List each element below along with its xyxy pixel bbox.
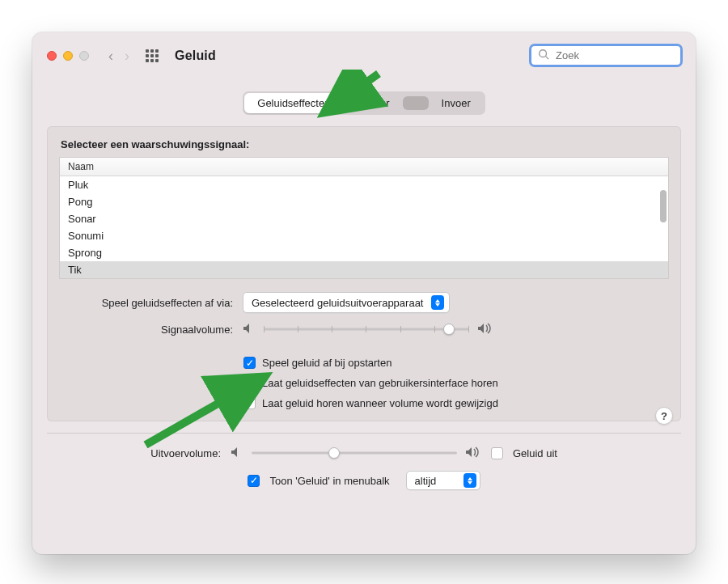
window-title: Geluid [175, 49, 216, 63]
zoom-window-button[interactable] [79, 51, 89, 61]
alert-volume-label: Signaalvolume: [59, 324, 233, 336]
footer: Uitvoervolume: Geluid uit ✓ Toon 'Geluid… [32, 445, 696, 505]
play-via-label: Speel geluidseffecten af via: [59, 297, 233, 309]
show-all-prefs-button[interactable] [146, 49, 159, 62]
column-header-name: Naam [60, 158, 668, 176]
tab-output[interactable]: Uitvoer [343, 93, 402, 113]
output-volume-label: Uitvoervolume: [47, 447, 221, 459]
checkbox-ui-sounds[interactable]: ✓ [243, 377, 256, 389]
checkbox-mute[interactable] [491, 447, 503, 459]
alert-sound-item[interactable]: Sonar [60, 210, 668, 227]
mute-label: Geluid uit [513, 447, 557, 459]
search-field[interactable] [529, 44, 683, 67]
close-window-button[interactable] [47, 51, 57, 61]
speaker-low-icon [243, 323, 256, 336]
alert-sound-item[interactable]: Pluk [60, 176, 668, 193]
alert-sound-item[interactable]: Sprong [60, 244, 668, 261]
play-via-value: Geselecteerd geluidsuitvoerapparaat [252, 297, 423, 309]
alert-volume-slider[interactable] [264, 321, 469, 337]
sound-effects-panel: Selecteer een waarschuwingssignaal: Naam… [47, 126, 681, 421]
search-input[interactable] [554, 49, 693, 62]
alert-sound-item[interactable]: Tik [60, 261, 668, 278]
alert-sound-item[interactable]: Pong [60, 193, 668, 210]
tab-input[interactable]: Invoer [429, 93, 484, 113]
search-icon [538, 49, 549, 62]
alert-sound-item[interactable]: Sonumi [60, 227, 668, 244]
speaker-high-icon [465, 446, 481, 460]
play-via-popup[interactable]: Geselecteerd geluidsuitvoerapparaat [243, 292, 450, 313]
tab-sound-effects[interactable]: Geluidseffecten [244, 93, 343, 113]
back-button[interactable]: ‹ [108, 49, 113, 63]
nav-buttons: ‹ › [108, 49, 129, 63]
menubar-when-popup[interactable]: altijd [406, 471, 480, 490]
separator [47, 433, 681, 434]
alert-sound-list[interactable]: Naam PlukPongSonarSonumiSprongTik [59, 157, 669, 279]
checkbox-ui-sounds-label: Laat geluidseffecten van gebruikersinter… [262, 377, 498, 389]
checkbox-show-in-menubar[interactable]: ✓ [248, 475, 260, 487]
svg-line-1 [546, 57, 549, 60]
window-controls [47, 51, 89, 61]
scrollbar-thumb[interactable] [660, 190, 667, 222]
updown-arrows-icon [463, 473, 476, 488]
speaker-high-icon [477, 323, 493, 336]
checkbox-startup-sound-label: Speel geluid af bij opstarten [262, 357, 392, 369]
checkbox-volume-feedback-label: Laat geluid horen wanneer volume wordt g… [262, 397, 498, 409]
updown-arrows-icon [431, 295, 444, 310]
forward-button[interactable]: › [125, 49, 129, 63]
minimize-window-button[interactable] [63, 51, 73, 61]
help-button[interactable]: ? [655, 407, 673, 425]
show-in-menubar-label: Toon 'Geluid' in menubalk [269, 475, 389, 487]
menubar-when-value: altijd [415, 475, 455, 487]
alert-sound-label: Selecteer een waarschuwingssignaal: [61, 138, 669, 150]
speaker-low-icon [231, 446, 243, 460]
checkbox-volume-feedback[interactable] [243, 397, 256, 409]
output-volume-slider[interactable] [252, 445, 457, 461]
svg-point-0 [540, 50, 547, 57]
sound-preferences-window: ‹ › Geluid Geluidseffecten Uitvoer Invoe… [32, 32, 696, 554]
checkbox-startup-sound[interactable]: ✓ [243, 357, 256, 369]
tab-bar: Geluidseffecten Uitvoer Invoer [32, 91, 696, 115]
titlebar: ‹ › Geluid [32, 32, 696, 72]
